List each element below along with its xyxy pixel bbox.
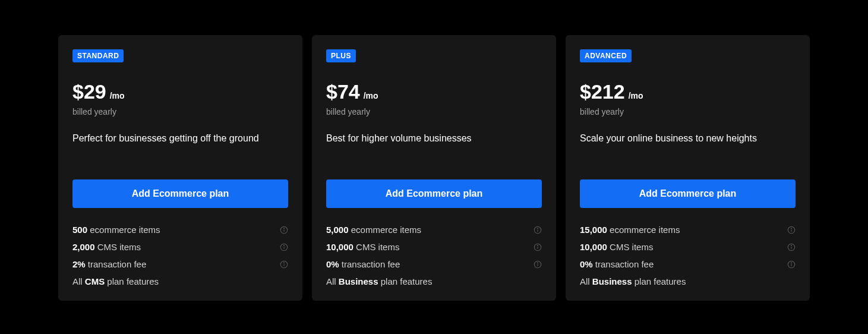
svg-point-17 [538,262,538,263]
add-plan-button[interactable]: Add Ecommerce plan [580,179,796,208]
plan-price: $212 [580,80,625,103]
info-icon[interactable] [534,243,542,251]
plan-feature: 0% transaction fee [580,259,796,269]
svg-point-14 [538,245,538,245]
plan-feature: 15,000 ecommerce items [580,225,796,235]
plan-feature-text: 15,000 ecommerce items [580,225,680,235]
svg-point-23 [791,245,792,245]
plan-card-standard: STANDARD $29 /mo billed yearly Perfect f… [58,35,302,301]
pricing-plans: STANDARD $29 /mo billed yearly Perfect f… [58,35,810,301]
plan-description: Scale your online business to new height… [580,133,796,146]
plan-feature: 5,000 ecommerce items [326,225,542,235]
plan-badge: PLUS [326,49,356,62]
plan-description: Perfect for businesses getting off the g… [72,133,288,146]
info-icon[interactable] [787,243,796,251]
svg-point-2 [284,228,285,228]
plan-feature-text: 10,000 CMS items [580,242,653,252]
plan-feature-text: All Business plan features [580,276,686,286]
plan-feature-text: 0% transaction fee [326,259,400,269]
plan-feature-text: 2,000 CMS items [72,242,141,252]
svg-point-5 [284,245,285,245]
plan-price: $29 [72,80,106,103]
plan-feature: 500 ecommerce items [72,225,288,235]
plan-feature-text: 5,000 ecommerce items [326,225,421,235]
info-icon[interactable] [787,260,796,269]
info-icon[interactable] [280,243,288,251]
plan-feature: 2,000 CMS items [72,242,288,252]
info-icon[interactable] [280,226,288,234]
plan-price-suffix: /mo [629,91,643,100]
svg-point-8 [284,262,285,263]
plan-feature: 10,000 CMS items [326,242,542,252]
plan-feature-text: All Business plan features [326,276,432,286]
svg-point-20 [791,228,792,228]
plan-price-row: $29 /mo [72,80,288,103]
add-plan-button[interactable]: Add Ecommerce plan [326,179,542,208]
info-icon[interactable] [787,226,796,234]
plan-feature-text: 2% transaction fee [72,259,146,269]
plan-features-list: 500 ecommerce items 2,000 CMS items 2% t… [72,225,288,286]
plan-card-plus: PLUS $74 /mo billed yearly Best for high… [312,35,556,301]
plan-description: Best for higher volume businesses [326,133,542,146]
plan-feature-text: 10,000 CMS items [326,242,399,252]
plan-price-suffix: /mo [110,91,125,100]
plan-price-row: $212 /mo [580,80,796,103]
info-icon[interactable] [280,260,288,269]
plan-billing: billed yearly [580,107,796,116]
plan-price-row: $74 /mo [326,80,542,103]
plan-billing: billed yearly [72,107,288,116]
plan-features-list: 15,000 ecommerce items 10,000 CMS items … [580,225,796,286]
plan-card-advanced: ADVANCED $212 /mo billed yearly Scale yo… [566,35,810,301]
plan-price-suffix: /mo [364,91,378,100]
plan-price: $74 [326,80,360,103]
plan-feature: 0% transaction fee [326,259,542,269]
svg-point-26 [791,262,792,263]
info-icon[interactable] [534,226,542,234]
plan-feature: All CMS plan features [72,276,288,286]
plan-billing: billed yearly [326,107,542,116]
info-icon[interactable] [534,260,542,269]
svg-point-11 [538,228,538,228]
plan-feature: 10,000 CMS items [580,242,796,252]
plan-features-list: 5,000 ecommerce items 10,000 CMS items 0… [326,225,542,286]
plan-badge: STANDARD [72,49,124,62]
plan-feature: All Business plan features [580,276,796,286]
add-plan-button[interactable]: Add Ecommerce plan [72,179,288,208]
plan-feature-text: All CMS plan features [72,276,159,286]
plan-feature-text: 0% transaction fee [580,259,654,269]
plan-badge: ADVANCED [580,49,632,62]
plan-feature: 2% transaction fee [72,259,288,269]
plan-feature: All Business plan features [326,276,542,286]
plan-feature-text: 500 ecommerce items [72,225,160,235]
